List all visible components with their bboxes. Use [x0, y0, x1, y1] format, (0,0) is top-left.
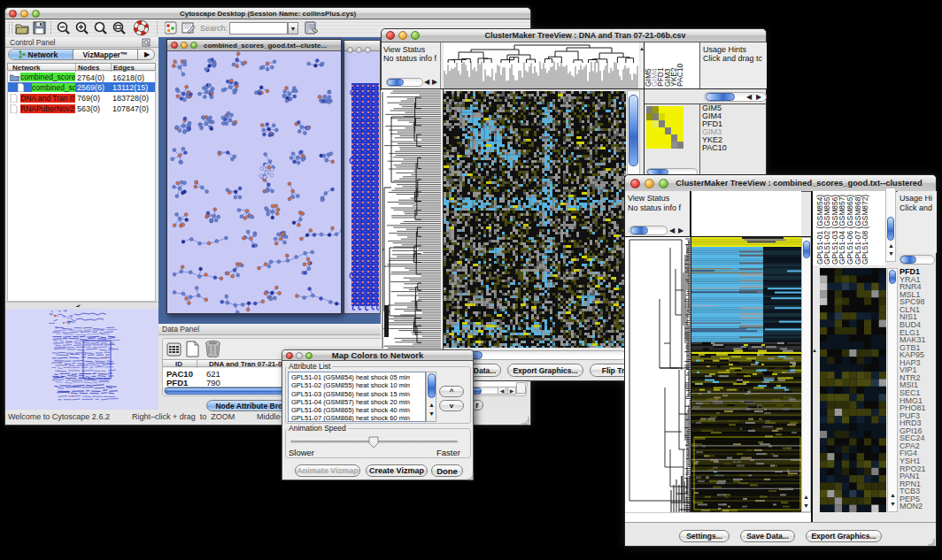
- svg-text:GPL51-08 (GSM872): GPL51-08 (GSM872): [861, 195, 869, 265]
- svg-text:PAC10: PAC10: [676, 63, 684, 87]
